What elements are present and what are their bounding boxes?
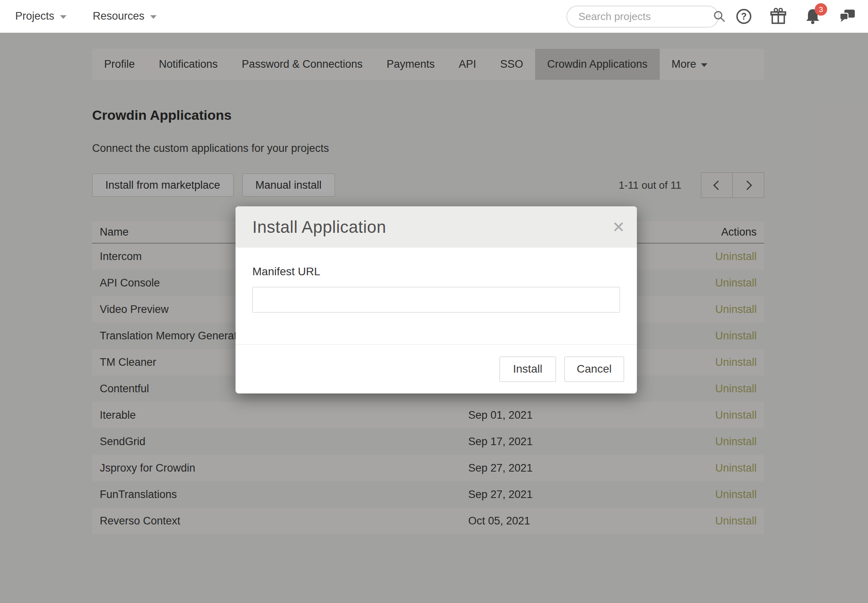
close-icon[interactable]: ✕ bbox=[612, 220, 625, 235]
install-application-modal: Install Application ✕ Manifest URL Insta… bbox=[236, 206, 637, 393]
modal-title: Install Application bbox=[252, 218, 386, 237]
navbar-left: Projects Resources bbox=[0, 10, 157, 22]
manifest-url-input[interactable] bbox=[252, 287, 620, 313]
projects-menu-label: Projects bbox=[15, 10, 54, 22]
notification-badge: 3 bbox=[815, 3, 827, 16]
svg-text:?: ? bbox=[741, 11, 747, 22]
chevron-down-icon bbox=[60, 15, 66, 19]
screen: Projects Resources bbox=[0, 0, 868, 603]
modal-footer: Install Cancel bbox=[236, 344, 637, 393]
help-icon: ? bbox=[735, 8, 753, 25]
help-button[interactable]: ? bbox=[734, 7, 753, 26]
messages-button[interactable] bbox=[838, 7, 857, 26]
chevron-down-icon bbox=[150, 15, 157, 19]
search-input-wrapper bbox=[566, 6, 719, 28]
manifest-url-label: Manifest URL bbox=[252, 265, 620, 278]
search-icon bbox=[713, 10, 726, 23]
resources-menu[interactable]: Resources bbox=[93, 10, 157, 22]
top-navbar: Projects Resources bbox=[0, 0, 868, 33]
search-input[interactable] bbox=[578, 10, 713, 23]
projects-menu[interactable]: Projects bbox=[15, 10, 66, 22]
resources-menu-label: Resources bbox=[93, 10, 145, 22]
gift-button[interactable] bbox=[769, 7, 788, 26]
notifications-button[interactable]: 3 bbox=[803, 7, 822, 26]
chat-icon bbox=[838, 7, 856, 26]
modal-body: Manifest URL bbox=[236, 248, 637, 344]
modal-header: Install Application ✕ bbox=[236, 206, 637, 248]
install-button[interactable]: Install bbox=[499, 357, 556, 382]
cancel-button[interactable]: Cancel bbox=[564, 357, 624, 382]
gift-icon bbox=[769, 7, 787, 26]
navbar-right: ? bbox=[566, 0, 857, 33]
